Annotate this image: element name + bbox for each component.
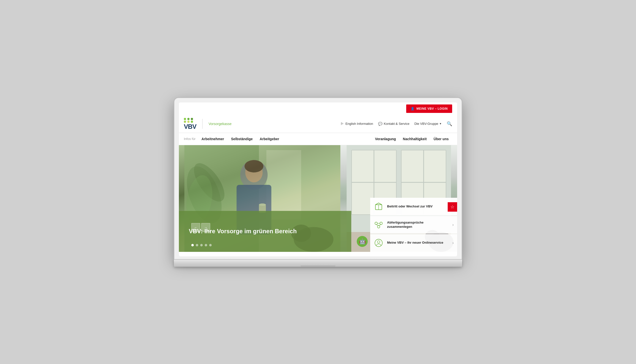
top-bar: 👤 MEINE VBV – LOGIN	[179, 102, 457, 115]
logo-area: VBV Vorsorgekasse	[184, 118, 232, 130]
header-nav: 🏳 English Information 💬 Kontakt & Servic…	[340, 121, 452, 126]
chatbot-button[interactable]: 🤖	[357, 236, 368, 247]
nav-selbstaendige[interactable]: Selbständige	[228, 133, 256, 145]
slider-dots	[191, 244, 212, 246]
logo-text: VBV	[184, 123, 196, 130]
slider-dot-3[interactable]	[200, 244, 203, 246]
site-header: VBV Vorsorgekasse 🏳 English Information …	[179, 115, 457, 133]
merge-icon	[374, 220, 384, 230]
logo-dot-6	[191, 120, 193, 123]
logo-divider	[202, 119, 202, 129]
svg-line-32	[379, 224, 381, 226]
slider-dot-5[interactable]	[209, 244, 212, 246]
laptop-frame: 👤 MEINE VBV – LOGIN	[174, 98, 462, 267]
logo-dots	[184, 118, 193, 120]
slider-arrows: ← →	[191, 223, 210, 232]
card-abfertigung-arrow: ›	[452, 222, 454, 227]
svg-point-9	[245, 160, 263, 172]
login-button-label: MEINE VBV – LOGIN	[416, 107, 448, 110]
bookmark-button[interactable]: ☆	[448, 202, 457, 212]
main-nav: Infos für Arbeitnehmer Selbständige Arbe…	[179, 133, 457, 145]
nav-arbeitgeber[interactable]: Arbeitgeber	[256, 133, 283, 145]
svg-point-28	[380, 222, 382, 224]
vbv-gruppe-label: Die VBV-Gruppe	[414, 122, 438, 126]
svg-point-27	[375, 222, 377, 224]
person-circle-icon	[374, 238, 384, 248]
slider-dot-1[interactable]	[191, 244, 194, 246]
hero-cards: Beitritt oder Wechsel zur VBV ›	[370, 198, 457, 252]
box-icon	[374, 202, 384, 212]
person-icon: 👤	[411, 107, 415, 110]
slider-dot-2[interactable]	[196, 244, 198, 246]
logo-dot-2	[187, 118, 189, 120]
infos-fuer-label: Infos für	[184, 133, 195, 145]
svg-point-29	[377, 226, 380, 228]
card-meinevbv-text: Meine VBV – Ihr neuer Onlineservice	[387, 241, 449, 245]
hero-section: VBV: Ihre Vorsorge im grünen Bereich ← →	[179, 145, 457, 252]
card-meinevbv[interactable]: Meine VBV – Ihr neuer Onlineservice ›	[370, 234, 457, 252]
browser-window: 👤 MEINE VBV – LOGIN	[179, 102, 457, 256]
card-abfertigung-text: Abfertigungsansprüche zusammenlegen	[387, 220, 449, 229]
nav-arbeitnehmer[interactable]: Arbeitnehmer	[198, 133, 228, 145]
logo-tagline: Vorsorgekasse	[208, 122, 232, 126]
logo-dot-4	[184, 120, 186, 123]
card-beitritt[interactable]: Beitritt oder Wechsel zur VBV ›	[370, 198, 457, 216]
svg-line-31	[376, 224, 379, 226]
slider-prev-button[interactable]: ←	[191, 223, 200, 232]
logo-dot-5	[187, 120, 189, 123]
vbv-gruppe-link[interactable]: Die VBV-Gruppe ▼	[414, 122, 442, 126]
nav-veranlagung[interactable]: Veranlagung	[372, 133, 399, 145]
card-beitritt-text: Beitritt oder Wechsel zur VBV	[387, 204, 449, 209]
logo-dot-1	[184, 118, 186, 120]
kontakt-service-link[interactable]: 💬 Kontakt & Service	[378, 122, 409, 126]
flag-icon: 🏳	[340, 122, 344, 126]
english-info-link[interactable]: 🏳 English Information	[340, 122, 373, 126]
chat-icon: 💬	[378, 122, 382, 126]
login-button[interactable]: 👤 MEINE VBV – LOGIN	[406, 104, 452, 113]
card-abfertigung[interactable]: Abfertigungsansprüche zusammenlegen ›	[370, 216, 457, 234]
logo-vbv: VBV	[184, 118, 196, 130]
nav-nachhaltigkeit[interactable]: Nachhaltigkeit	[399, 133, 430, 145]
nav-ueber-uns[interactable]: Über uns	[430, 133, 452, 145]
chatbot-icon: 🤖	[359, 238, 366, 245]
english-info-label: English Information	[345, 122, 373, 126]
star-icon: ☆	[451, 204, 454, 210]
svg-point-33	[375, 239, 382, 247]
svg-rect-5	[266, 150, 301, 220]
slider-dot-4[interactable]	[205, 244, 207, 246]
slider-next-button[interactable]: →	[201, 223, 210, 232]
logo-dots-2	[184, 120, 193, 123]
main-nav-right: Veranlagung Nachhaltigkeit Über uns	[372, 133, 452, 145]
search-button[interactable]: 🔍	[447, 121, 452, 126]
svg-point-34	[377, 241, 380, 243]
laptop-base	[174, 260, 462, 267]
logo-dot-3	[191, 118, 193, 120]
card-meinevbv-arrow: ›	[452, 241, 454, 245]
kontakt-label: Kontakt & Service	[384, 122, 409, 126]
svg-point-11	[259, 204, 266, 206]
laptop-screen: 👤 MEINE VBV – LOGIN	[174, 98, 462, 260]
chevron-down-icon: ▼	[439, 122, 442, 125]
